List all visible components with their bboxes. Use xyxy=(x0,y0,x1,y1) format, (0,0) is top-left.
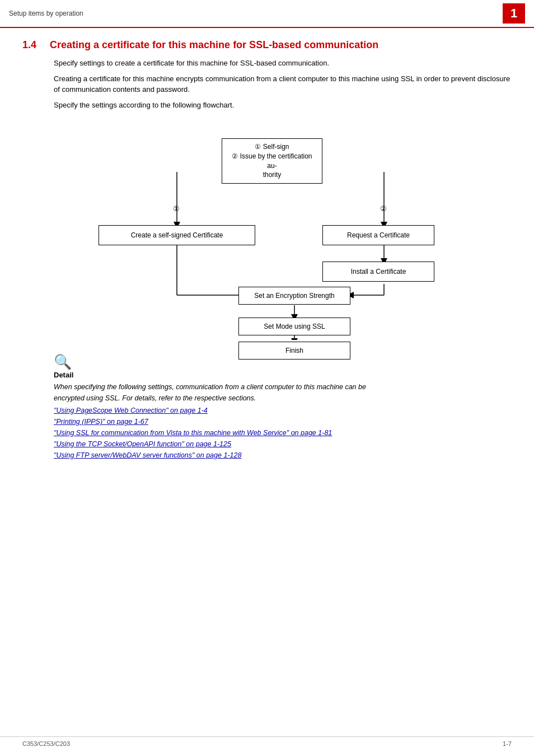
section-title: Creating a certificate for this machine … xyxy=(50,39,378,51)
detail-section: 🔍 Detail When specifying the following s… xyxy=(54,353,512,461)
ssl-mode-box: Set Mode using SSL xyxy=(238,318,350,335)
request-cert-box: Request a Certificate xyxy=(322,225,434,245)
create-selfsigned-box: Create a self-signed Certificate xyxy=(99,225,255,245)
section-number: 1.4 xyxy=(22,39,36,51)
label-circle-1: ① xyxy=(173,204,180,213)
footer: C353/C253/C203 1-7 xyxy=(0,736,534,747)
section-heading: 1.4 Creating a certificate for this mach… xyxy=(22,39,512,51)
decision-text: ① Self-sign ② Issue by the certification… xyxy=(227,142,317,180)
header: Setup items by operation 1 xyxy=(0,0,534,28)
body-para-3: Specify the settings according to the fo… xyxy=(54,100,512,111)
breadcrumb: Setup items by operation xyxy=(9,10,83,17)
footer-page: 1-7 xyxy=(503,740,512,747)
detail-label: Detail xyxy=(54,371,512,379)
detail-link-1[interactable]: "Using PageScope Web Connection" on page… xyxy=(54,405,512,416)
flowchart: ① Self-sign ② Issue by the certification… xyxy=(54,122,502,340)
body-para-1: Specify settings to create a certificate… xyxy=(54,58,512,69)
body-para-2: Creating a certificate for this machine … xyxy=(54,73,512,95)
detail-link-5[interactable]: "Using FTP server/WebDAV server function… xyxy=(54,450,512,461)
main-content: 1.4 Creating a certificate for this mach… xyxy=(0,28,534,483)
footer-model: C353/C253/C203 xyxy=(22,740,70,747)
detail-link-3[interactable]: "Using SSL for communication from Vista … xyxy=(54,427,512,438)
install-cert-box: Install a Certificate xyxy=(322,262,434,282)
detail-link-4[interactable]: "Using the TCP Socket/OpenAPI function" … xyxy=(54,438,512,450)
page-number: 1 xyxy=(503,3,525,24)
label-circle-2: ② xyxy=(380,204,387,213)
decision-box: ① Self-sign ② Issue by the certification… xyxy=(222,138,322,184)
encryption-strength-box: Set an Encryption Strength xyxy=(238,287,350,305)
finish-box: Finish xyxy=(238,342,350,360)
detail-link-2[interactable]: "Printing (IPPS)" on page 1-67 xyxy=(54,416,512,427)
detail-text-1: When specifying the following settings, … xyxy=(54,381,512,404)
